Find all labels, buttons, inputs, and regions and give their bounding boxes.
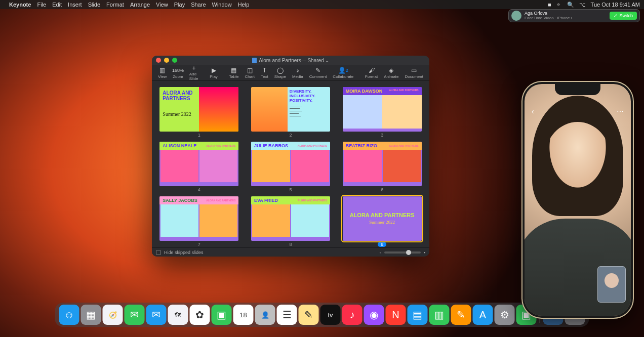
wifi-icon[interactable]: ᯤ	[556, 2, 562, 8]
dock-settings[interactable]: ⚙	[495, 305, 515, 325]
dock-finder[interactable]: ☺	[59, 305, 79, 325]
document-icon	[252, 58, 257, 63]
animate-icon: ◈	[388, 67, 395, 74]
title-dropdown-icon[interactable]: ⌄	[325, 58, 329, 63]
comment-button[interactable]: ✎Comment	[306, 67, 330, 79]
zoom-out-icon[interactable]: ▫	[380, 250, 381, 255]
menu-edit[interactable]: Edit	[52, 2, 62, 8]
slide-thumb-5[interactable]: JULIE BARROSALORA AND PARTNERS5	[249, 142, 333, 192]
slide-thumb-2[interactable]: DIVERSITY. INCLUSIVITY. POSITIVITY. ━━━━…	[249, 87, 333, 138]
slide-thumb-9[interactable]: ALORA AND PARTNERS Summer 2022 9	[340, 196, 424, 247]
collaborate-button[interactable]: 👤2 Collaborate	[330, 67, 356, 79]
menu-help[interactable]: Help	[238, 2, 250, 8]
plus-icon: ＋	[190, 64, 197, 71]
menu-play[interactable]: Play	[174, 2, 185, 8]
facetime-menu-icon[interactable]: ⋯	[617, 107, 624, 115]
slide-thumb-7[interactable]: SALLY JACOBSALORA AND PARTNERS7	[157, 196, 242, 247]
dock-reminders[interactable]: ☰	[277, 305, 297, 325]
facetime-call-screen[interactable]: ‹ ⋯	[525, 84, 631, 316]
animate-button[interactable]: ◈Animate	[381, 67, 401, 79]
fullscreen-button[interactable]	[172, 58, 177, 63]
menu-arrange[interactable]: Arrange	[130, 2, 150, 8]
slide-thumb-6[interactable]: BEATRIZ RIZOALORA AND PARTNERS6	[340, 142, 424, 192]
slide-8-title: EVA FRIED	[254, 198, 278, 203]
dock-keynote[interactable]: ▤	[408, 305, 428, 325]
dock-maps[interactable]: 🗺	[168, 305, 188, 325]
facetime-back-icon[interactable]: ‹	[532, 107, 534, 115]
shape-button[interactable]: ◯Shape	[271, 67, 289, 79]
menubar-clock[interactable]: Tue Oct 18 9:41 AM	[591, 2, 640, 8]
zoom-slider[interactable]	[384, 251, 421, 254]
menu-file[interactable]: File	[37, 2, 46, 8]
hide-skipped-label: Hide skipped slides	[164, 250, 204, 255]
slide-3-tag: ALORA AND PARTNERS	[389, 89, 419, 94]
dock-appstore[interactable]: A	[473, 305, 493, 325]
dock-messages[interactable]: ✉	[125, 305, 145, 325]
shape-icon: ◯	[276, 67, 284, 74]
hide-skipped-checkbox[interactable]	[156, 250, 161, 255]
slide-3-number: 3	[381, 133, 383, 138]
dock-photos[interactable]: ✿	[190, 305, 210, 325]
dock-tv[interactable]: tv	[320, 305, 341, 325]
facetime-status-icon[interactable]: ■	[548, 2, 551, 8]
zoom-in-icon[interactable]: ▪	[424, 250, 425, 255]
document-button[interactable]: ▭Document	[402, 67, 426, 79]
slide-1-title: ALORA AND PARTNERS	[163, 90, 196, 101]
handoff-name: Aga Orlova	[525, 11, 610, 16]
dock-music[interactable]: ♪	[342, 305, 363, 325]
window-title-doc: Alora and Partners	[259, 58, 301, 63]
dock-contacts[interactable]: 👤	[255, 305, 275, 325]
close-button[interactable]	[156, 58, 161, 63]
menu-share[interactable]: Share	[191, 2, 206, 8]
menu-format[interactable]: Format	[106, 2, 124, 8]
zoom-button[interactable]: 168%Zoom	[170, 67, 186, 79]
menu-app[interactable]: Keynote	[9, 2, 31, 8]
iphone-notch	[555, 84, 600, 95]
slide-9-sub: Summer 2022	[369, 219, 395, 225]
chart-button[interactable]: ◫Chart	[242, 67, 258, 79]
table-button[interactable]: ▦Table	[226, 67, 242, 79]
dock-numbers[interactable]: ▥	[429, 305, 450, 325]
dock-mail[interactable]: ✉	[146, 305, 167, 325]
play-icon: ▶	[210, 67, 217, 74]
dock-notes[interactable]: ✎	[299, 305, 319, 325]
dock-pages[interactable]: ✎	[451, 305, 471, 325]
slide-light-table[interactable]: ALORA AND PARTNERS Summer 2022 1 DIVERSI…	[152, 81, 429, 247]
slide-thumb-8[interactable]: EVA FRIEDALORA AND PARTNERS8	[249, 196, 333, 247]
facetime-self-view[interactable]	[597, 266, 626, 303]
slide-4-title: ALISON NEALE	[163, 143, 196, 148]
dock-podcasts[interactable]: ◉	[364, 305, 384, 325]
zoom-slider-thumb[interactable]	[406, 250, 411, 255]
window-titlebar[interactable]: Alora and Partners — Shared ⌄	[152, 56, 429, 65]
slide-thumb-1[interactable]: ALORA AND PARTNERS Summer 2022 1	[157, 87, 242, 138]
format-button[interactable]: 🖌Format	[362, 67, 381, 79]
media-button[interactable]: ♪Media	[289, 67, 306, 79]
add-slide-button[interactable]: ＋Add Slide	[186, 64, 202, 81]
slide-2-image	[251, 87, 288, 132]
minimize-button[interactable]	[164, 58, 169, 63]
view-button[interactable]: ▥View	[155, 67, 170, 79]
dock-launchpad[interactable]: ▦	[81, 305, 101, 325]
menu-window[interactable]: Window	[212, 2, 232, 8]
chart-icon: ◫	[246, 67, 253, 74]
menu-insert[interactable]: Insert	[68, 2, 82, 8]
menu-view[interactable]: View	[156, 2, 168, 8]
slide-5-tag: ALORA AND PARTNERS	[298, 144, 327, 147]
text-button[interactable]: TText	[258, 67, 271, 79]
handoff-subtitle: FaceTime Video · iPhone ›	[525, 16, 610, 21]
handoff-switch-button[interactable]: ⤢ Switch	[610, 12, 637, 20]
control-center-icon[interactable]: ⌥	[579, 2, 586, 8]
dock-calendar[interactable]: 18	[233, 305, 254, 325]
dock-facetime[interactable]: ▣	[212, 305, 232, 325]
menu-slide[interactable]: Slide	[88, 2, 100, 8]
slide-2-title: DIVERSITY. INCLUSIVITY. POSITIVITY.	[290, 89, 328, 103]
dock-safari[interactable]: 🧭	[103, 305, 123, 325]
handoff-banner[interactable]: Aga Orlova FaceTime Video · iPhone › ⤢ S…	[508, 9, 640, 22]
play-button[interactable]: ▶Play	[207, 67, 221, 79]
dock-news[interactable]: N	[386, 305, 406, 325]
spotlight-icon[interactable]: 🔍	[567, 2, 574, 8]
slide-1-image	[199, 87, 238, 132]
slide-thumb-3[interactable]: MOIRA DAWSONALORA AND PARTNERS 3	[340, 87, 424, 138]
slide-thumb-4[interactable]: ALISON NEALEALORA AND PARTNERS4	[157, 142, 242, 192]
slide-1-number: 1	[198, 133, 200, 138]
